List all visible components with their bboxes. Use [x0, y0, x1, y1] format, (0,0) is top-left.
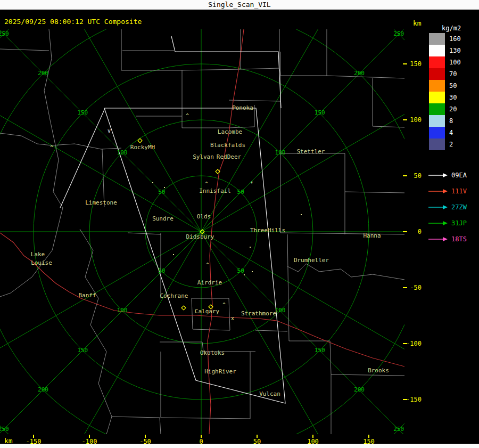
colorbar-unit-label: kg/m2	[442, 25, 461, 32]
color-scale-row: 160	[429, 33, 461, 45]
color-scale-value: 2	[449, 139, 453, 150]
axes-layer: 150100500-50-100-150-150-100-50050100150	[0, 0, 479, 448]
y-axis-tick-label: -150	[400, 396, 422, 403]
arrow-head	[443, 205, 448, 209]
y-axis-tick-label: 100	[400, 116, 422, 124]
radar-site-legend-row: 111V	[428, 183, 467, 199]
color-scale-row: 4	[429, 127, 461, 139]
radar-site-id: 27ZW	[451, 203, 467, 211]
color-scale-value: 130	[449, 45, 461, 56]
color-scale-row: 30	[429, 92, 461, 103]
color-swatch	[429, 33, 445, 45]
radar-site-id: 111V	[451, 188, 467, 195]
radar-site-legend-row: 18TS	[428, 231, 467, 247]
color-scale-row: 130	[429, 45, 461, 56]
radar-site-legend: 09EA111V27ZW31JP18TS	[428, 167, 467, 247]
color-scale-value: 30	[449, 92, 457, 103]
color-scale-row: 2	[429, 139, 461, 150]
y-axis-tick-label: -50	[400, 284, 422, 291]
color-scale-row: 100	[429, 56, 461, 68]
color-scale-row: 20	[429, 103, 461, 115]
arrow-icon	[428, 204, 448, 210]
arrow-head	[443, 237, 448, 241]
arrow-icon	[428, 172, 448, 178]
y-axis-tick-label: 0	[400, 228, 422, 235]
arrow-head	[443, 189, 448, 193]
color-swatch	[429, 139, 445, 150]
y-axis-tick-label: 50	[400, 172, 422, 180]
radar-site-id: 09EA	[451, 172, 467, 179]
y-axis-tick-label: -100	[400, 340, 422, 347]
radar-app-window: Single_Scan_VIL 2025/09/25 08:00:12 UTC …	[0, 0, 479, 448]
radar-site-id: 31JP	[451, 219, 467, 227]
arrow-icon	[428, 236, 448, 242]
color-scale-value: 100	[449, 56, 461, 68]
color-swatch	[429, 127, 445, 139]
color-scale-value: 160	[449, 33, 461, 45]
color-swatch	[429, 80, 445, 92]
color-swatch	[429, 68, 445, 80]
color-swatch	[429, 115, 445, 127]
color-scale-value: 70	[449, 68, 457, 80]
arrow-head	[443, 221, 448, 225]
radar-site-legend-row: 09EA	[428, 167, 467, 183]
y-axis-tick-label: 150	[400, 60, 422, 68]
radar-site-legend-row: 31JP	[428, 215, 467, 231]
color-swatch	[429, 45, 445, 56]
color-scale: 16013010070503020842	[429, 33, 461, 150]
color-scale-value: 50	[449, 80, 457, 92]
bottom-bar	[0, 444, 479, 448]
color-scale-row: 8	[429, 115, 461, 127]
color-swatch	[429, 56, 445, 68]
arrow-icon	[428, 188, 448, 194]
arrow-icon	[428, 220, 448, 226]
color-scale-value: 20	[449, 103, 457, 115]
color-swatch	[429, 103, 445, 115]
arrow-head	[443, 173, 448, 177]
radar-site-id: 18TS	[451, 235, 467, 243]
color-scale-value: 4	[449, 127, 453, 139]
color-scale-row: 50	[429, 80, 461, 92]
radar-site-legend-row: 27ZW	[428, 199, 467, 215]
color-scale-row: 70	[429, 68, 461, 80]
color-swatch	[429, 92, 445, 103]
color-scale-value: 8	[449, 115, 453, 127]
